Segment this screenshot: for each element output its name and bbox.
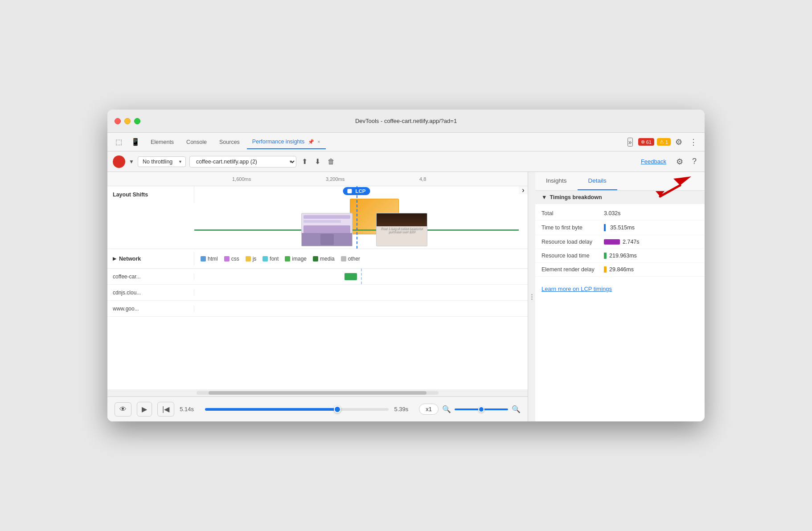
delete-icon[interactable]: 🗑 <box>326 156 336 167</box>
timing-value-ttfb: 35.515ms <box>604 224 635 231</box>
cursor-icon[interactable]: ⬚ <box>112 136 126 148</box>
warning-icon: ⚠ <box>660 139 664 145</box>
timing-row-erd: Element render delay 29.846ms <box>535 263 705 277</box>
legend-image: image <box>285 256 307 262</box>
tab-sources[interactable]: Sources <box>214 135 245 149</box>
maximize-button[interactable] <box>134 118 140 124</box>
ruler-mark-1: 1,600ms <box>232 176 251 182</box>
device-icon[interactable]: 📱 <box>127 136 144 148</box>
network-expand-icon[interactable]: ▶ <box>113 256 116 261</box>
font-dot <box>262 256 268 261</box>
legend-image-label: image <box>292 256 307 262</box>
warning-badge[interactable]: ⚠ 1 <box>657 138 671 146</box>
zoom-out-button[interactable]: 🔍 <box>442 405 451 413</box>
network-item-2[interactable]: cdnjs.clou... <box>107 285 528 301</box>
image-dot <box>285 256 290 261</box>
timeline-panel: 1,600ms 3,200ms 4,8 Layout Shifts LCP <box>107 172 528 421</box>
scrollbar-thumb[interactable] <box>209 391 427 395</box>
record-dropdown[interactable]: ▼ <box>129 159 134 165</box>
url-select-wrapper: coffee-cart.netlify.app (2) <box>189 156 296 167</box>
tab-performance-insights[interactable]: Performance insights 📌 × <box>247 135 326 149</box>
js-dot <box>246 256 251 261</box>
more-tabs-button[interactable]: » <box>627 138 633 147</box>
help-icon[interactable]: ? <box>689 155 699 168</box>
expand-handle[interactable]: › <box>519 186 528 194</box>
network-item-3-bar <box>194 301 528 316</box>
panel-tabs: Insights Details <box>535 172 705 191</box>
timeline-rows: Layout Shifts LCP 0.21 <box>107 186 528 389</box>
tab-elements[interactable]: Elements <box>145 135 179 149</box>
main-area: 1,600ms 3,200ms 4,8 Layout Shifts LCP <box>107 172 705 421</box>
overflow-menu-button[interactable]: ⋮ <box>687 135 700 149</box>
play-button[interactable]: ▶ <box>137 402 152 417</box>
timing-label-rld: Resource load delay <box>541 239 604 245</box>
legend-media-label: media <box>320 256 335 262</box>
error-badge[interactable]: ⊗ 61 <box>638 138 654 146</box>
progress-thumb[interactable] <box>334 406 341 413</box>
timing-row-rld: Resource load delay 2.747s <box>535 235 705 249</box>
resize-handle[interactable] <box>528 172 535 421</box>
tab-close-icon[interactable]: × <box>317 139 320 144</box>
skip-to-start-button[interactable]: |◀ <box>157 402 174 417</box>
close-button[interactable] <box>115 118 121 124</box>
record-button[interactable] <box>113 155 125 168</box>
layout-shifts-label: Layout Shifts <box>107 186 194 203</box>
network-item-3[interactable]: www.goo... <box>107 301 528 317</box>
network-item-1-label: coffee-car... <box>107 274 194 280</box>
legend-font: font <box>262 256 279 262</box>
zoom-in-button[interactable]: 🔍 <box>512 405 521 413</box>
lcp-label: LCP <box>356 188 366 194</box>
progress-fill <box>205 408 337 411</box>
tab-details[interactable]: Details <box>578 172 617 190</box>
download-icon[interactable]: ⬇ <box>313 155 322 167</box>
legend-font-label: font <box>270 256 279 262</box>
screenshot-left <box>301 213 353 246</box>
legend-media: media <box>313 256 335 262</box>
zoom-thumb[interactable] <box>478 406 484 413</box>
badge-area: ⊗ 61 ⚠ 1 <box>638 138 671 146</box>
zoom-slider[interactable] <box>455 408 508 410</box>
feedback-button[interactable]: Feedback <box>641 158 666 165</box>
minimize-button[interactable] <box>124 118 131 124</box>
tab-bar: ⬚ 📱 Elements Console Sources Performance… <box>107 133 705 151</box>
html-dot <box>201 256 206 261</box>
learn-more-link[interactable]: Learn more on LCP timings <box>535 279 618 298</box>
throttle-wrapper: No throttling <box>138 156 186 167</box>
horizontal-scrollbar[interactable] <box>107 389 528 396</box>
throttle-select[interactable]: No throttling <box>138 156 186 167</box>
scrollbar-track[interactable] <box>197 391 439 395</box>
legend-area: html css js font <box>194 256 528 262</box>
time-end: 5.39s <box>394 406 408 413</box>
tab-insights[interactable]: Insights <box>535 172 578 190</box>
settings-icon[interactable]: ⚙ <box>673 155 686 168</box>
settings-button[interactable]: ⚙ <box>673 135 685 149</box>
bottom-bar: 👁 ▶ |◀ 5.14s 5.39s x1 🔍 🔍 <box>107 396 528 421</box>
url-select[interactable]: coffee-cart.netlify.app (2) <box>189 156 296 167</box>
timing-value-erd: 29.846ms <box>604 266 634 273</box>
legend-html-label: html <box>208 256 218 262</box>
timing-label-ttfb: Time to first byte <box>541 225 604 231</box>
error-icon: ⊗ <box>641 139 645 145</box>
lcp-timeline-line <box>357 186 357 249</box>
timing-value-rlt: 219.963ms <box>604 253 637 259</box>
devtools-toolbar: ▼ No throttling coffee-cart.netlify.app … <box>107 151 705 172</box>
tab-console[interactable]: Console <box>181 135 212 149</box>
other-dot <box>341 256 346 261</box>
ruler-mark-2: 3,200ms <box>326 176 344 182</box>
titlebar: DevTools - coffee-cart.netlify.app/?ad=1 <box>107 110 705 133</box>
erd-bar <box>604 266 607 273</box>
legend-js: js <box>246 256 257 262</box>
network-item-1[interactable]: coffee-car... <box>107 269 528 285</box>
upload-icon[interactable]: ⬆ <box>300 155 309 167</box>
traffic-lights <box>115 118 140 124</box>
section-header[interactable]: ▼ Timings breakdown <box>535 191 705 204</box>
eye-button[interactable]: 👁 <box>115 402 131 417</box>
svg-marker-0 <box>673 176 691 185</box>
right-panel: Insights Details ▼ Timings breakdown <box>535 172 705 421</box>
legend-css-label: css <box>231 256 239 262</box>
rld-bar <box>604 239 620 245</box>
zoom-controls: x1 🔍 🔍 <box>419 404 521 415</box>
playback-scrubber[interactable] <box>205 408 389 411</box>
network-label-text: Network <box>119 256 141 262</box>
layout-shifts-content: LCP 0.21 <box>194 186 519 249</box>
